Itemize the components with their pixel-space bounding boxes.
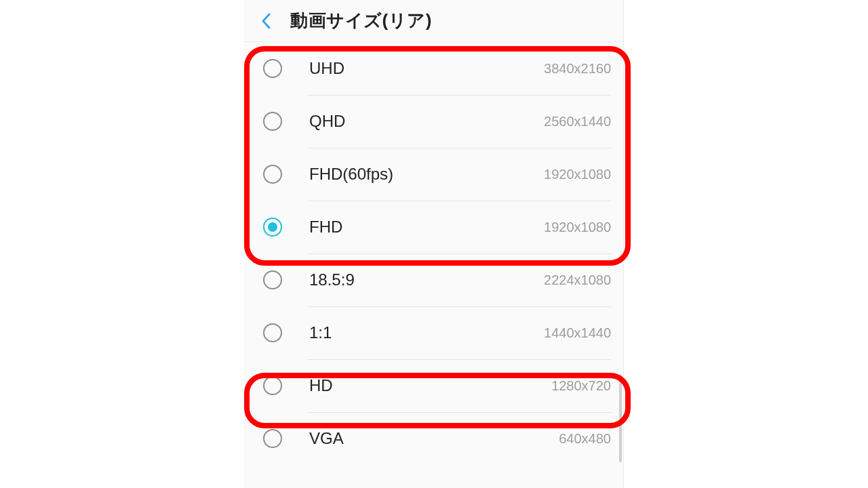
option-uhd[interactable]: UHD 3840x2160 <box>244 42 623 95</box>
option-hd[interactable]: HD 868x488 <box>244 359 623 412</box>
option-resolution: 2224x1080 <box>544 272 611 288</box>
option-18-5-9[interactable]: 18.5:9 2224x1080 <box>244 253 623 306</box>
divider <box>308 201 611 201</box>
radio-icon <box>263 59 282 78</box>
radio-icon <box>263 270 282 289</box>
video-size-list: UHD 3840x2160 QHD 2560x1440 FHD(60fps) 1… <box>244 42 623 465</box>
radio-icon <box>263 429 282 448</box>
back-icon[interactable] <box>259 10 273 32</box>
divider <box>308 148 611 148</box>
option-resolution: 1920x1080 <box>544 220 611 235</box>
option-label: 1:1 <box>309 323 544 342</box>
divider <box>308 306 611 307</box>
radio-icon-selected <box>263 218 282 237</box>
option-label: FHD(60fps) <box>309 165 544 184</box>
option-qhd[interactable]: QHD 2560x1440 <box>244 95 623 148</box>
option-resolution: 3840x2160 <box>544 61 611 77</box>
divider <box>308 359 611 360</box>
option-resolution: 1920x1080 <box>544 167 611 182</box>
option-resolution: 640x480 <box>559 431 611 447</box>
option-resolution: 2560x1440 <box>544 114 611 129</box>
option-label: FHD <box>309 218 544 237</box>
scrollbar[interactable] <box>619 374 622 462</box>
page-title: 動画サイズ(リア) <box>290 9 432 33</box>
option-1-1[interactable]: 1:1 1440x1440 <box>244 306 623 359</box>
divider <box>308 412 611 413</box>
option-label: UHD <box>309 59 544 78</box>
option-label: HD <box>309 376 551 395</box>
option-fhd[interactable]: FHD 1920x1080 <box>244 201 623 253</box>
option-vga[interactable]: VGA 640x480 <box>244 412 623 465</box>
option-label: QHD <box>309 112 544 131</box>
radio-icon <box>263 376 282 395</box>
option-resolution: 868x488 <box>551 378 611 394</box>
option-fhd-60fps[interactable]: FHD(60fps) 1920x1080 <box>244 148 623 201</box>
option-resolution: 1440x1440 <box>544 325 611 341</box>
radio-icon <box>263 112 282 131</box>
divider <box>308 95 611 96</box>
radio-icon <box>263 323 282 342</box>
settings-panel: 動画サイズ(リア) UHD 3840x2160 QHD 2560x1440 FH… <box>244 0 624 488</box>
option-label: 18.5:9 <box>309 270 544 289</box>
divider <box>308 253 611 254</box>
header-bar: 動画サイズ(リア) <box>244 0 623 42</box>
option-label: VGA <box>309 429 559 448</box>
radio-icon <box>263 165 282 184</box>
